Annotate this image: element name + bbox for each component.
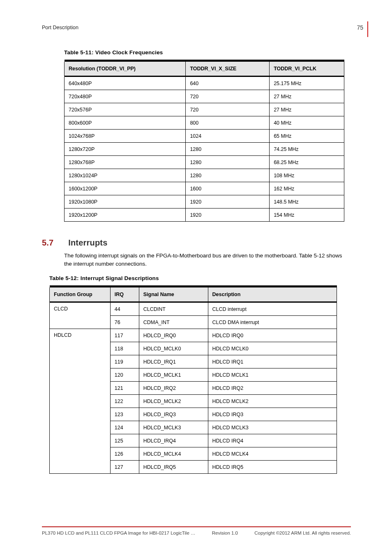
t1-cell-resolution: 1920x1200P — [65, 208, 186, 222]
page-number: 75 — [357, 24, 366, 31]
t1-cell-xsize: 1024 — [186, 130, 270, 143]
t2-cell-desc: HDLCD IRQ5 — [208, 461, 337, 474]
t2-cell-irq: 44 — [110, 303, 139, 316]
table-5-11: Resolution (TODDR_VI_PP) TODDR_VI_X_SIZE… — [64, 60, 344, 222]
t1-cell-xsize: 1600 — [186, 182, 270, 195]
t1-cell-pclk: 74.25 MHz — [270, 143, 344, 156]
t2-cell-irq: 117 — [110, 329, 139, 342]
running-header: Port Description — [42, 25, 351, 30]
t1-cell-resolution: 1920x1080P — [65, 195, 186, 208]
t1-cell-xsize: 720 — [186, 90, 270, 103]
t2-cell-group: CLCD — [50, 303, 111, 329]
t2-cell-irq: 123 — [110, 408, 139, 421]
t2-cell-desc: CLCD interrupt — [208, 303, 337, 316]
table-row: 720x576P72027 MHz — [65, 103, 344, 116]
t2-cell-irq: 120 — [110, 368, 139, 382]
t2-cell-irq: 121 — [110, 382, 139, 395]
footer-rule — [42, 526, 351, 527]
t1-cell-pclk: 27 MHz — [270, 90, 344, 103]
table-5-11-caption: Table 5-11: Video Clock Frequencies — [64, 49, 351, 56]
table-row: 1280x1024P1280108 MHz — [65, 169, 344, 182]
t2-cell-desc: HDLCD MCLK1 — [208, 368, 337, 382]
table-row: 720x480P72027 MHz — [65, 90, 344, 103]
t2-cell-desc: CLCD DMA interrupt — [208, 316, 337, 329]
t2-cell-signal: HDLCD_MCLK3 — [139, 421, 208, 434]
t1-header-xsize: TODDR_VI_X_SIZE — [186, 62, 270, 76]
table-row: 1920x1080P1920148.5 MHz — [65, 195, 344, 208]
t2-cell-group: HDLCD — [50, 329, 111, 474]
table-5-12: Function Group IRQ Signal Name Descripti… — [49, 285, 337, 474]
t1-cell-resolution: 1024x768P — [65, 130, 186, 143]
page-footer: PL370 HD LCD and PL111 CLCD FPGA Image f… — [42, 526, 351, 535]
section-heading: 5.7 Interrupts — [42, 238, 351, 248]
t1-cell-resolution: 1600x1200P — [65, 182, 186, 195]
t1-cell-xsize: 1280 — [186, 169, 270, 182]
t1-cell-xsize: 1280 — [186, 143, 270, 156]
t1-cell-pclk: 40 MHz — [270, 116, 344, 130]
t1-cell-resolution: 1280x720P — [65, 143, 186, 156]
t1-cell-xsize: 1920 — [186, 195, 270, 208]
t1-cell-pclk: 108 MHz — [270, 169, 344, 182]
t2-cell-signal: HDLCD_MCLK1 — [139, 368, 208, 382]
t2-cell-irq: 118 — [110, 342, 139, 355]
t1-header-pclk: TODDR_VI_PCLK — [270, 62, 344, 76]
t1-cell-resolution: 1280x1024P — [65, 169, 186, 182]
page-number-corner: 75 — [353, 24, 366, 31]
t2-cell-signal: HDLCD_IRQ1 — [139, 355, 208, 368]
footer-center: Revision 1.0 — [212, 531, 238, 535]
page: 75 Port Description Table 5-11: Video Cl… — [0, 0, 392, 556]
table-row: HDLCD117HDLCD_IRQ0HDLCD IRQ0 — [50, 329, 337, 342]
t2-cell-signal: HDLCD_MCLK0 — [139, 342, 208, 355]
t2-cell-irq: 126 — [110, 447, 139, 461]
t2-header-sig: Signal Name — [139, 287, 208, 302]
t2-header-group: Function Group — [50, 287, 111, 302]
t2-cell-irq: 127 — [110, 461, 139, 474]
t1-cell-xsize: 1280 — [186, 156, 270, 169]
t2-cell-signal: HDLCD_IRQ3 — [139, 408, 208, 421]
t1-cell-resolution: 720x576P — [65, 103, 186, 116]
t2-cell-signal: HDLCD_IRQ0 — [139, 329, 208, 342]
t2-cell-desc: HDLCD IRQ3 — [208, 408, 337, 421]
t2-cell-signal: HDLCD_IRQ4 — [139, 434, 208, 447]
t2-cell-desc: HDLCD IRQ1 — [208, 355, 337, 368]
t2-cell-desc: HDLCD IRQ0 — [208, 329, 337, 342]
t1-cell-pclk: 25.175 MHz — [270, 77, 344, 90]
t1-cell-pclk: 148.5 MHz — [270, 195, 344, 208]
t1-cell-xsize: 640 — [186, 77, 270, 90]
footer-left: PL370 HD LCD and PL111 CLCD FPGA Image f… — [42, 531, 196, 535]
table-row: 640x480P64025.175 MHz — [65, 77, 344, 90]
t2-cell-signal: CLCDINT — [139, 303, 208, 316]
t2-cell-irq: 125 — [110, 434, 139, 447]
t2-header-desc: Description — [208, 287, 337, 302]
t1-cell-pclk: 27 MHz — [270, 103, 344, 116]
t1-cell-pclk: 65 MHz — [270, 130, 344, 143]
t2-cell-desc: HDLCD IRQ2 — [208, 382, 337, 395]
t1-cell-xsize: 800 — [186, 116, 270, 130]
t1-cell-xsize: 1920 — [186, 208, 270, 222]
t1-cell-xsize: 720 — [186, 103, 270, 116]
t2-cell-signal: HDLCD_MCLK2 — [139, 395, 208, 408]
table-row: CLCD44CLCDINTCLCD interrupt — [50, 303, 337, 316]
t1-header-resolution: Resolution (TODDR_VI_PP) — [65, 62, 186, 76]
t2-cell-irq: 122 — [110, 395, 139, 408]
t1-cell-pclk: 162 MHz — [270, 182, 344, 195]
t1-cell-resolution: 640x480P — [65, 77, 186, 90]
t2-cell-irq: 76 — [110, 316, 139, 329]
t2-cell-desc: HDLCD MCLK2 — [208, 395, 337, 408]
t2-cell-desc: HDLCD IRQ4 — [208, 434, 337, 447]
t2-cell-desc: HDLCD MCLK4 — [208, 447, 337, 461]
table-5-12-caption: Table 5-12: Interrupt Signal Description… — [49, 275, 351, 281]
table-row: 1600x1200P1600162 MHz — [65, 182, 344, 195]
table-row: 1920x1200P1920154 MHz — [65, 208, 344, 222]
footer-right: Copyright ©2012 ARM Ltd. All rights rese… — [254, 531, 351, 535]
t2-cell-irq: 119 — [110, 355, 139, 368]
t1-cell-resolution: 1280x768P — [65, 156, 186, 169]
page-number-accent-bar — [367, 21, 368, 37]
t2-cell-signal: HDLCD_MCLK4 — [139, 447, 208, 461]
t2-cell-signal: HDLCD_IRQ5 — [139, 461, 208, 474]
t1-cell-resolution: 800x600P — [65, 116, 186, 130]
t2-cell-desc: HDLCD MCLK3 — [208, 421, 337, 434]
t1-cell-pclk: 68.25 MHz — [270, 156, 344, 169]
section-number: 5.7 — [42, 238, 53, 247]
t2-cell-signal: CDMA_INT — [139, 316, 208, 329]
